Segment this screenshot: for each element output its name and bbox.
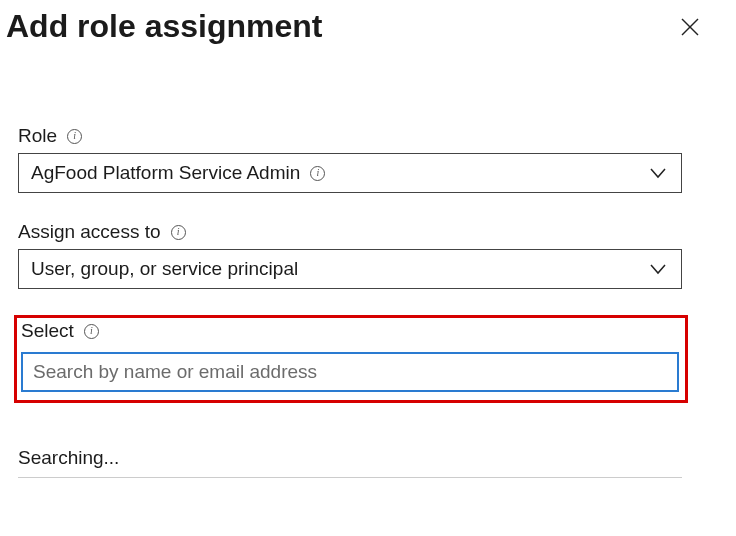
role-value: AgFood Platform Service Admin [31, 162, 300, 184]
select-highlight: Select i [14, 315, 688, 403]
role-label: Role [18, 125, 57, 147]
select-search-input[interactable] [21, 352, 679, 392]
close-button[interactable] [680, 17, 700, 37]
info-icon: i [310, 166, 325, 181]
close-icon [680, 17, 700, 37]
searching-status: Searching... [18, 447, 682, 478]
info-icon[interactable]: i [67, 129, 82, 144]
select-label: Select [21, 320, 74, 342]
assign-access-dropdown[interactable]: User, group, or service principal [18, 249, 682, 289]
chevron-down-icon [647, 162, 669, 184]
role-dropdown[interactable]: AgFood Platform Service Admin i [18, 153, 682, 193]
page-title: Add role assignment [6, 8, 323, 45]
info-icon[interactable]: i [171, 225, 186, 240]
chevron-down-icon [647, 258, 669, 280]
assign-access-value: User, group, or service principal [31, 258, 298, 280]
assign-access-label: Assign access to [18, 221, 161, 243]
info-icon[interactable]: i [84, 324, 99, 339]
